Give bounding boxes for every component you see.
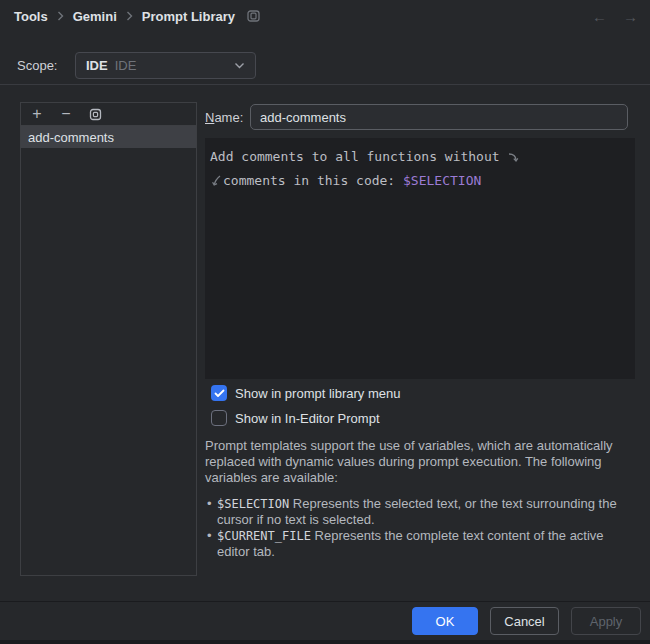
- variables-description: Prompt templates support the use of vari…: [205, 438, 635, 486]
- breadcrumb-prompt-library[interactable]: Prompt Library: [142, 9, 235, 24]
- ok-button[interactable]: OK: [412, 607, 478, 635]
- variable-name: $CURRENT_FILE: [217, 529, 311, 543]
- chevron-right-icon: [126, 11, 133, 21]
- scope-label: Scope:: [17, 58, 57, 73]
- checkbox-show-in-editor-prompt[interactable]: Show in In-Editor Prompt: [211, 410, 380, 426]
- header-separator: [0, 84, 650, 85]
- variable-name: $SELECTION: [217, 497, 289, 511]
- plus-icon: +: [32, 107, 41, 121]
- window-icon[interactable]: [247, 10, 260, 22]
- copy-icon: [89, 108, 102, 121]
- checkbox-label: Show in prompt library menu: [235, 386, 400, 401]
- settings-dialog: Tools Gemini Prompt Library ← → Scope: I…: [0, 0, 650, 644]
- scope-value: IDE: [86, 58, 108, 73]
- checkbox-show-in-prompt-library[interactable]: Show in prompt library menu: [211, 385, 400, 401]
- prompt-editor[interactable]: Add comments to all functions without co…: [205, 138, 635, 379]
- variable-item-selection: $SELECTION Represents the selected text,…: [206, 496, 638, 528]
- prompt-list-panel: + − add-comments: [20, 102, 197, 576]
- name-label: Name:: [205, 110, 243, 125]
- soft-wrap-start-icon: [210, 174, 223, 187]
- unchecked-checkbox-icon: [211, 410, 227, 426]
- scope-row: Scope: IDE IDE: [0, 52, 650, 80]
- breadcrumb-gemini[interactable]: Gemini: [73, 9, 117, 24]
- list-toolbar: + −: [21, 103, 196, 126]
- scope-placeholder: IDE: [115, 58, 137, 73]
- editor-line: comments in this code: $SELECTION: [210, 168, 631, 192]
- chevron-down-icon: [234, 62, 245, 69]
- apply-button[interactable]: Apply: [571, 607, 641, 635]
- history-nav: ← →: [592, 0, 638, 32]
- breadcrumb-tools[interactable]: Tools: [14, 9, 48, 24]
- selection-variable-token: $SELECTION: [403, 173, 481, 188]
- variables-list: $SELECTION Represents the selected text,…: [206, 496, 638, 560]
- minus-icon: −: [61, 107, 70, 121]
- checkbox-label: Show in In-Editor Prompt: [235, 411, 380, 426]
- checked-checkbox-icon: [211, 385, 227, 401]
- editor-text: comments in this code:: [223, 173, 403, 188]
- chevron-right-icon: [57, 11, 64, 21]
- window-bottom-edge: [0, 640, 650, 644]
- name-input[interactable]: [250, 104, 628, 130]
- scope-dropdown[interactable]: IDE IDE: [75, 52, 256, 79]
- add-prompt-button[interactable]: +: [30, 107, 44, 121]
- footer-button-bar: OK Cancel Apply: [0, 602, 650, 640]
- list-item[interactable]: add-comments: [21, 126, 196, 148]
- cancel-button[interactable]: Cancel: [490, 607, 559, 635]
- variable-item-current-file: $CURRENT_FILE Represents the complete te…: [206, 528, 638, 560]
- editor-line: Add comments to all functions without: [210, 144, 631, 168]
- forward-arrow-icon[interactable]: →: [623, 8, 638, 25]
- breadcrumb: Tools Gemini Prompt Library: [0, 0, 260, 32]
- duplicate-prompt-button[interactable]: [88, 107, 102, 121]
- back-arrow-icon[interactable]: ←: [592, 8, 607, 25]
- remove-prompt-button[interactable]: −: [59, 107, 73, 121]
- soft-wrap-end-icon: [507, 150, 520, 163]
- editor-text: Add comments to all functions without: [210, 149, 507, 164]
